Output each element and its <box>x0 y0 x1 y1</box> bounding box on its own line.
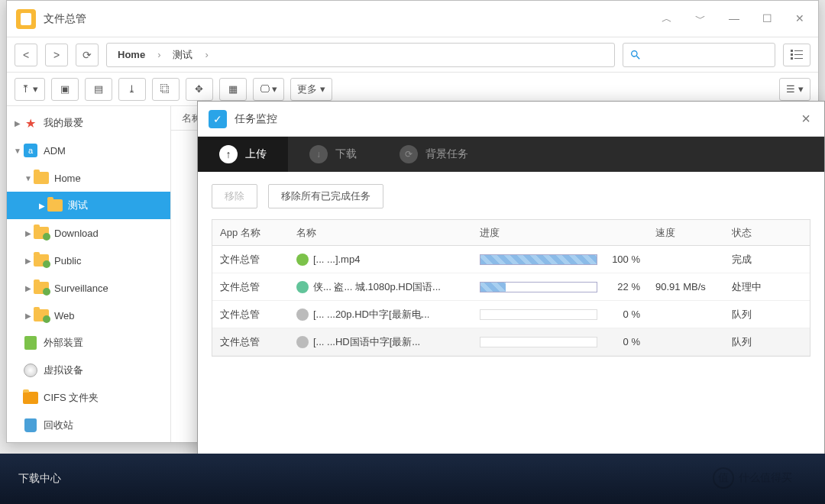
table-row[interactable]: 文件总管 [... ...HD国语中字[最新... 0 % 队列 <box>212 328 810 356</box>
chevron-down-icon[interactable]: ﹀ <box>691 12 710 26</box>
view-mode-button[interactable]: ☰ ▾ <box>779 78 810 101</box>
remove-completed-button[interactable]: 移除所有已完成任务 <box>268 184 383 208</box>
dialog-close-button[interactable]: × <box>798 110 814 128</box>
window-title: 文件总管 <box>44 12 86 26</box>
tab-upload[interactable]: ↑ 上传 <box>198 137 288 172</box>
task-table: App 名称 名称 进度 速度 状态 文件总管 [... ...].mp4 10… <box>212 219 810 357</box>
sidebar-item-share[interactable]: 共享链接管理局 <box>7 439 170 442</box>
breadcrumb-current[interactable]: 测试 <box>173 48 192 62</box>
nav-bar: < > ⟳ Home › 测试 › <box>7 37 818 73</box>
th-progress[interactable]: 进度 <box>472 226 648 240</box>
sidebar-item-adm[interactable]: ▼aADM <box>7 137 170 164</box>
task-monitor-icon <box>209 110 227 128</box>
sidebar-item-home[interactable]: ▼Home <box>7 164 170 192</box>
dialog-tabs: ↑ 上传 ↓ 下载 ⟳ 背景任务 <box>198 137 824 172</box>
sidebar-item-virtual[interactable]: 虚拟设备 <box>7 357 170 384</box>
maximize-button[interactable]: ☐ <box>758 12 777 26</box>
th-app[interactable]: App 名称 <box>212 226 289 240</box>
move-button[interactable]: ✥ <box>186 78 213 101</box>
folder-icon <box>34 254 49 267</box>
breadcrumb[interactable]: Home › 测试 › <box>106 43 615 67</box>
window-controls: ︿ ﹀ — ☐ ✕ <box>657 12 809 26</box>
progress-bar <box>480 254 597 265</box>
svg-rect-1 <box>794 50 803 51</box>
adm-icon: a <box>24 144 37 157</box>
cell-progress: 100 % <box>472 254 648 265</box>
svg-rect-2 <box>791 53 793 56</box>
cell-app: 文件总管 <box>212 280 289 294</box>
close-button[interactable]: ✕ <box>791 12 809 26</box>
table-row[interactable]: 文件总管 [... ...20p.HD中字[最新电... 0 % 队列 <box>212 301 810 328</box>
cell-name: [... ...].mp4 <box>289 254 472 266</box>
cell-app: 文件总管 <box>212 308 289 321</box>
sidebar-item-download[interactable]: ▶Download <box>7 219 170 247</box>
cell-status: 处理中 <box>724 280 810 294</box>
search-input[interactable] <box>623 43 775 67</box>
dialog-titlebar: 任务监控 × <box>198 102 824 137</box>
upload-button[interactable]: ⤒ ▾ <box>15 78 45 101</box>
breadcrumb-home[interactable]: Home <box>118 49 145 60</box>
chevron-up-icon[interactable]: ︿ <box>657 12 677 26</box>
sidebar-item-favorites[interactable]: ▶★我的最爱 <box>7 109 170 137</box>
th-name[interactable]: 名称 <box>289 226 472 240</box>
sidebar-item-external[interactable]: 外部装置 <box>7 329 170 357</box>
trash-icon <box>24 418 37 432</box>
tab-background[interactable]: ⟳ 背景任务 <box>378 137 490 172</box>
cell-name: 侠... 盗... 城.1080p.HD国语... <box>289 280 472 294</box>
watermark: 值 什么值得买 <box>695 463 810 493</box>
remove-button[interactable]: 移除 <box>212 184 257 208</box>
cell-status: 队列 <box>724 335 810 349</box>
progress-bar <box>480 337 597 347</box>
app-icon <box>16 9 36 29</box>
more-button[interactable]: 更多 ▾ <box>290 78 332 101</box>
cell-progress: 0 % <box>472 336 648 347</box>
sidebar-item-test[interactable]: ▶测试 <box>7 192 170 219</box>
file-icon <box>296 281 309 293</box>
chevron-right-icon: › <box>157 49 160 60</box>
sidebar: ▶★我的最爱 ▼aADM ▼Home ▶测试 ▶Download ▶Public… <box>7 106 171 442</box>
svg-rect-4 <box>791 57 793 60</box>
refresh-button[interactable]: ⟳ <box>76 44 99 66</box>
remote-button[interactable]: 🖵 ▾ <box>253 78 285 101</box>
download-button[interactable]: ⤓ <box>118 78 146 101</box>
dialog-body: 移除 移除所有已完成任务 App 名称 名称 进度 速度 状态 文件总管 [..… <box>198 172 824 369</box>
tab-download[interactable]: ↓ 下载 <box>288 137 378 172</box>
th-speed[interactable]: 速度 <box>648 226 724 240</box>
back-button[interactable]: < <box>15 44 37 66</box>
copy-button[interactable]: ⿻ <box>152 78 180 101</box>
upload-icon: ↑ <box>219 145 238 163</box>
file-icon <box>296 336 309 348</box>
taskbar-item-download-center[interactable]: 下载中心 <box>0 472 79 486</box>
forward-button[interactable]: > <box>45 44 68 66</box>
cell-progress: 22 % <box>472 281 648 292</box>
watermark-logo-icon: 值 <box>713 467 734 489</box>
table-row[interactable]: 文件总管 [... ...].mp4 100 % 完成 <box>212 246 810 273</box>
cell-progress: 0 % <box>472 309 648 320</box>
minimize-button[interactable]: — <box>724 12 744 26</box>
sidebar-item-recycle[interactable]: 回收站 <box>7 412 170 439</box>
new-folder-button[interactable]: ▣ <box>51 78 79 101</box>
sidebar-item-surveillance[interactable]: ▶Surveillance <box>7 274 170 302</box>
sidebar-item-cifs[interactable]: CIFS 文件夹 <box>7 384 170 412</box>
table-row[interactable]: 文件总管 侠... 盗... 城.1080p.HD国语... 22 % 90.9… <box>212 273 810 301</box>
table-header: App 名称 名称 进度 速度 状态 <box>212 220 810 246</box>
cell-speed: 90.91 MB/s <box>648 281 724 292</box>
folder-icon <box>34 172 49 184</box>
task-monitor-dialog: 任务监控 × ↑ 上传 ↓ 下载 ⟳ 背景任务 移除 移除所有已完成任务 App… <box>197 101 825 504</box>
folder-icon <box>34 227 49 239</box>
file-icon <box>296 309 309 321</box>
progress-bar <box>480 282 597 292</box>
chevron-right-icon: › <box>205 49 208 60</box>
progress-bar <box>480 309 597 320</box>
svg-rect-0 <box>791 50 793 52</box>
select-button[interactable]: ▦ <box>219 78 247 101</box>
cell-name: [... ...20p.HD中字[最新电... <box>289 308 472 321</box>
titlebar: 文件总管 ︿ ﹀ — ☐ ✕ <box>7 1 818 37</box>
th-status[interactable]: 状态 <box>724 226 810 240</box>
folder-button[interactable]: ▤ <box>85 78 112 101</box>
folder-icon <box>23 392 38 404</box>
sidebar-item-web[interactable]: ▶Web <box>7 302 170 329</box>
folder-icon <box>34 282 49 294</box>
view-details-button[interactable] <box>783 44 810 66</box>
sidebar-item-public[interactable]: ▶Public <box>7 247 170 274</box>
